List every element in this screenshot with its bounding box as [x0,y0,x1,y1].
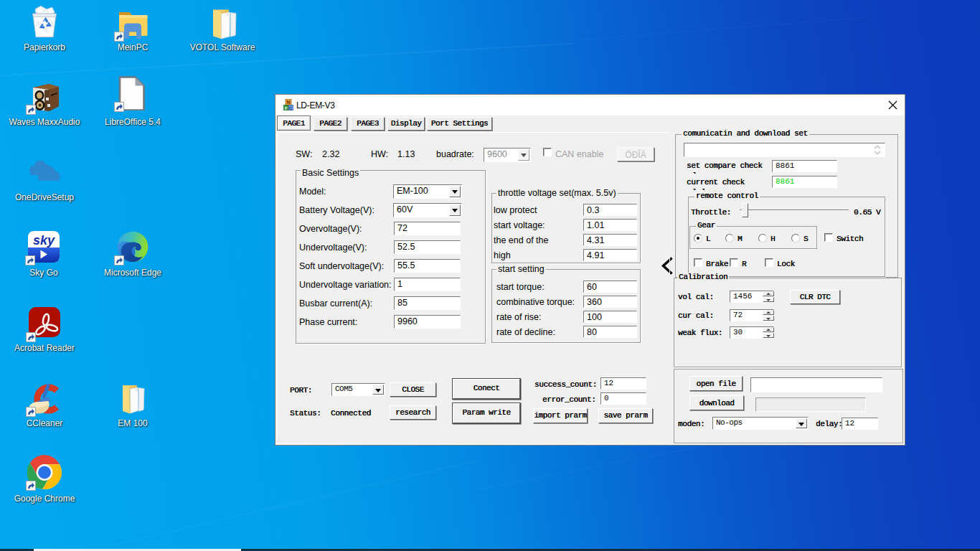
svg-text:F: F [285,106,288,110]
svg-text:N: N [286,100,290,105]
svg-text:C: C [289,106,293,110]
svg-text:sky: sky [33,233,55,248]
